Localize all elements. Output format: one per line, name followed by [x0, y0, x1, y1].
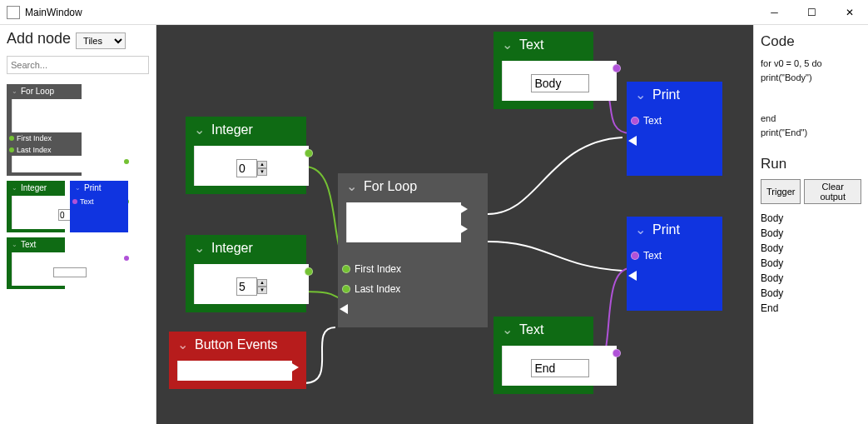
node-button-events[interactable]: ⌄Button Events On Click	[169, 332, 306, 389]
sidebar: Add node Tiles ⌄For Loop Loop Body Loop …	[0, 25, 156, 424]
node-title: Print	[652, 87, 680, 102]
app-icon	[7, 6, 20, 19]
port-exec-out[interactable]	[459, 204, 468, 214]
node-print-2[interactable]: ⌄Print Text	[627, 217, 722, 311]
port-label: Text	[643, 250, 662, 262]
integer-1-value[interactable]	[236, 159, 257, 177]
spin-up[interactable]: ▲	[257, 279, 267, 287]
canvas[interactable]: ⌄Integer Value ▲▼ ⌄Integer Value ▲▼ ⌄But…	[156, 25, 753, 424]
port-label: On Click	[216, 361, 254, 372]
view-mode-select[interactable]: Tiles	[76, 32, 126, 49]
port-label: Last Index	[355, 283, 400, 295]
output-block: BodyBodyBodyBodyBodyBodyEnd	[761, 211, 861, 316]
port-out[interactable]	[305, 149, 313, 157]
window-title: MainWindow	[25, 7, 756, 18]
node-integer-2[interactable]: ⌄Integer Value ▲▼	[186, 235, 306, 312]
integer-2-value[interactable]	[236, 277, 257, 296]
node-title: Text	[519, 322, 543, 337]
node-for-loop[interactable]: ⌄For Loop Loop Body Loop End First Index…	[338, 173, 488, 327]
palette-text[interactable]: ⌄Text Value	[7, 237, 65, 289]
port-in[interactable]	[631, 117, 639, 125]
spin-down[interactable]: ▼	[257, 287, 267, 294]
titlebar: MainWindow ─ ☐ ✕	[0, 0, 868, 25]
port-in[interactable]	[342, 285, 350, 293]
port-exec-out[interactable]	[290, 362, 299, 372]
node-title: Integer	[211, 241, 253, 256]
text-2-value[interactable]	[531, 359, 589, 377]
node-title: Text	[519, 37, 543, 52]
code-block: for v0 = 0, 5 do print("Body") end print…	[761, 57, 861, 139]
port-label: Value	[548, 61, 573, 72]
palette-forloop[interactable]: ⌄For Loop Loop Body Loop End First Index…	[7, 84, 82, 176]
node-title: Print	[652, 222, 680, 237]
palette-integer[interactable]: ⌄Integer Value ▲▼	[7, 181, 65, 232]
trigger-button[interactable]: Trigger	[761, 179, 801, 204]
port-label: Loop End	[383, 222, 425, 234]
port-label: Text	[643, 115, 662, 127]
node-title: Integer	[211, 122, 253, 137]
run-heading: Run	[761, 156, 861, 172]
sidebar-heading: Add node	[7, 30, 71, 47]
port-label: Value	[548, 346, 573, 357]
spin-up[interactable]: ▲	[257, 161, 267, 168]
port-out[interactable]	[613, 64, 621, 72]
palette-text-value[interactable]	[53, 267, 87, 277]
port-exec-in[interactable]	[628, 136, 637, 146]
text-1-value[interactable]	[531, 74, 589, 92]
node-title: For Loop	[364, 179, 417, 194]
node-text-1[interactable]: ⌄Text Value	[494, 32, 593, 109]
port-label: Value	[240, 264, 265, 276]
node-integer-1[interactable]: ⌄Integer Value ▲▼	[186, 117, 306, 194]
port-exec-out[interactable]	[459, 224, 468, 234]
node-text-2[interactable]: ⌄Text Value	[494, 317, 593, 394]
port-in[interactable]	[631, 252, 639, 260]
maximize-button[interactable]: ☐	[793, 0, 831, 25]
node-title: Button Events	[195, 337, 278, 352]
port-exec-in[interactable]	[340, 304, 348, 314]
port-exec-in[interactable]	[628, 271, 637, 281]
port-label: Loop Body	[380, 202, 428, 214]
port-in[interactable]	[342, 265, 350, 273]
port-label: Value	[240, 146, 265, 157]
port-out[interactable]	[613, 349, 621, 357]
close-button[interactable]: ✕	[831, 0, 868, 25]
minimize-button[interactable]: ─	[756, 0, 793, 25]
search-input[interactable]	[7, 56, 149, 74]
palette-print[interactable]: ⌄Print Text	[70, 181, 128, 232]
clear-output-button[interactable]: Clear output	[804, 179, 861, 204]
port-out[interactable]	[305, 267, 313, 276]
spin-down[interactable]: ▼	[257, 168, 267, 176]
port-label: First Index	[355, 263, 401, 275]
code-heading: Code	[761, 33, 861, 50]
node-print-1[interactable]: ⌄Print Text	[627, 82, 722, 176]
right-panel: Code for v0 = 0, 5 do print("Body") end …	[753, 25, 868, 424]
